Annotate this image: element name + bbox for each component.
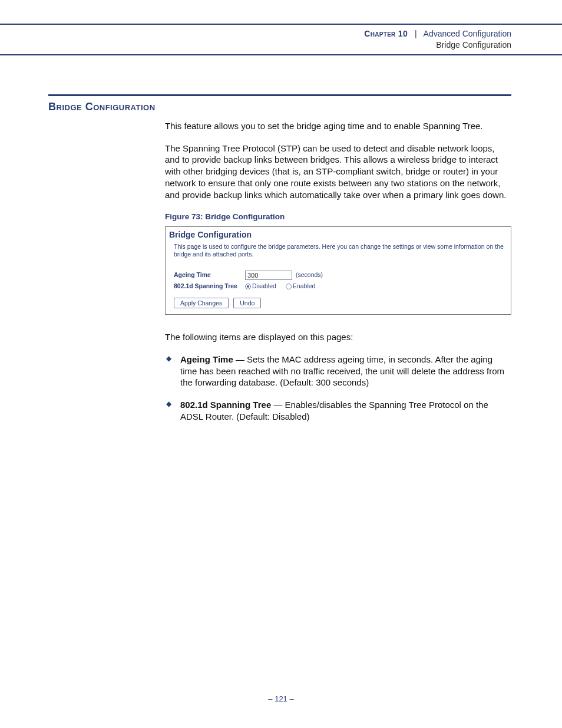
items-intro: The following items are displayed on thi… <box>165 331 511 343</box>
ageing-time-input[interactable] <box>245 271 292 280</box>
page-number: – 121 – <box>0 694 562 703</box>
figure-panel-desc: This page is used to configure the bridg… <box>166 242 511 269</box>
header-line-1: Chapter 10 | Advanced Configuration <box>0 28 511 39</box>
figure-button-row: Apply Changes Undo <box>166 292 511 314</box>
figure-screenshot: Bridge Configuration This page is used t… <box>165 226 511 315</box>
page-header: Chapter 10 | Advanced Configuration Brid… <box>0 24 562 55</box>
list-item-term: Ageing Time <box>180 354 233 364</box>
radio-dot-icon <box>245 284 251 289</box>
stp-disabled-label: Disabled <box>252 282 276 291</box>
radio-dot-icon <box>286 284 292 289</box>
header-chapter: Chapter 10 <box>364 29 410 38</box>
section-title: Bridge Configuration <box>48 101 511 113</box>
header-line1-tail: Advanced Configuration <box>424 29 511 38</box>
figure-caption: Figure 73: Bridge Configuration <box>165 212 511 222</box>
stp-row: 802.1d Spanning Tree Disabled Enabled <box>166 281 511 292</box>
body-text-block: This feature allows you to set the bridg… <box>165 120 511 423</box>
header-separator: | <box>415 29 417 38</box>
stp-disabled-radio[interactable]: Disabled <box>245 282 276 291</box>
stp-enabled-radio[interactable]: Enabled <box>286 282 316 291</box>
list-item: Ageing Time — Sets the MAC address agein… <box>165 354 511 388</box>
ageing-time-row: Ageing Time (seconds) <box>166 269 511 281</box>
section-divider <box>48 94 511 96</box>
ageing-time-label: Ageing Time <box>174 271 242 279</box>
list-item: 802.1d Spanning Tree — Enables/disables … <box>165 399 511 423</box>
apply-changes-button[interactable]: Apply Changes <box>174 298 229 308</box>
header-chapter-word: Chapter <box>364 29 395 38</box>
undo-button[interactable]: Undo <box>233 298 261 308</box>
stp-label: 802.1d Spanning Tree <box>174 282 242 291</box>
intro-paragraph-1: This feature allows you to set the bridg… <box>165 120 511 132</box>
stp-enabled-label: Enabled <box>293 282 316 291</box>
header-chapter-num: 10 <box>398 29 408 38</box>
intro-paragraph-2: The Spanning Tree Protocol (STP) can be … <box>165 143 511 201</box>
header-line-2: Bridge Configuration <box>0 39 511 51</box>
list-item-term: 802.1d Spanning Tree <box>180 400 271 410</box>
ageing-time-unit: (seconds) <box>296 271 323 279</box>
items-list: Ageing Time — Sets the MAC address agein… <box>165 354 511 423</box>
figure-panel-title: Bridge Configuration <box>166 227 511 241</box>
